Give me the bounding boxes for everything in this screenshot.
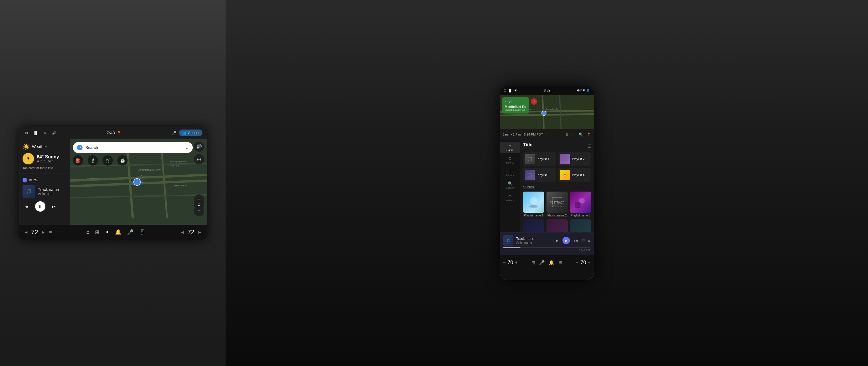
map-controls-right-3: ◎ bbox=[194, 154, 204, 164]
phone-settings-bottom-icon[interactable]: ⚙ bbox=[558, 260, 562, 265]
location-icon: 📍 bbox=[117, 131, 122, 136]
phone-temp-plus-right[interactable]: + bbox=[588, 260, 590, 265]
track-thumbnail: 🎵 bbox=[23, 185, 35, 198]
partial-playlist-3-thumb bbox=[570, 219, 591, 232]
mic-nav-icon[interactable]: 🎤 bbox=[127, 229, 133, 235]
sidebar-item-library[interactable]: ||| Library bbox=[500, 167, 520, 178]
track-info: 🎵 Track name Artist name bbox=[23, 185, 66, 198]
np-next-button[interactable]: ⏭ bbox=[572, 237, 580, 244]
aural-music-card[interactable]: Aural 🎵 Track name Artist name ⏮ ⏸ ⏭ bbox=[19, 174, 70, 225]
phone-user-icon: 👤 bbox=[586, 89, 590, 92]
list-item[interactable]: Playlist name 3 bbox=[570, 192, 591, 217]
progress-times: 0:24 / 3:32 bbox=[503, 249, 590, 252]
list-item[interactable] bbox=[547, 219, 568, 232]
temp-down-left[interactable]: ◀ bbox=[23, 229, 29, 235]
subtitle-label: Subtitle bbox=[523, 185, 591, 189]
next-button[interactable]: ⏭ bbox=[50, 202, 58, 210]
play-pause-button[interactable]: ⏸ bbox=[35, 201, 45, 212]
phone-bell-icon[interactable]: 🔔 bbox=[549, 260, 555, 265]
svg-text:Charleston Rd: Charleston Rd bbox=[173, 184, 187, 187]
playlist-1-thumb: 🎵 bbox=[525, 154, 535, 164]
phone-icon[interactable]: 📱 bbox=[139, 229, 145, 235]
bluetooth-icon: ⊛ bbox=[23, 130, 30, 136]
phone-map[interactable]: Amphitheatre Pkwy Charleston Rd ↑ 🔊 Midd… bbox=[500, 95, 594, 129]
phone-temp-minus-left[interactable]: − bbox=[503, 260, 506, 265]
map-locate-button[interactable]: ◎ bbox=[194, 154, 204, 164]
user-name: August bbox=[188, 131, 199, 135]
sidebar-item-settings[interactable]: ⚙ Settings bbox=[500, 192, 520, 204]
svg-point-23 bbox=[530, 197, 537, 204]
status-bar: ⊛ ▐▌ ☀ 🔊 7:43 📍 🎤 👥 August bbox=[19, 127, 207, 139]
browse-label: Browse bbox=[506, 161, 514, 164]
user-button[interactable]: 👥 August bbox=[179, 130, 203, 136]
map-search-bar[interactable]: G Search ⌄ bbox=[73, 142, 193, 153]
list-item[interactable]: ABSTRACT DESIGN Playlist name 2 bbox=[547, 192, 568, 217]
phone-temp-value-right: 70 bbox=[581, 260, 586, 265]
temp-down-right[interactable]: ◀ bbox=[180, 229, 185, 235]
library-label: Library bbox=[506, 174, 514, 177]
nav-search-icon[interactable]: 🔍 bbox=[579, 132, 583, 137]
np-play-button[interactable]: ▶ bbox=[562, 237, 570, 244]
home-nav-icon[interactable]: ⌂ bbox=[87, 229, 90, 235]
apps-nav-icon[interactable]: ✦ bbox=[105, 229, 110, 235]
list-item[interactable]: 😊 Playlist 4 bbox=[558, 168, 591, 182]
phone-apps-icon[interactable]: ⊞ bbox=[531, 260, 535, 265]
map-volume-button[interactable]: 🔊 bbox=[194, 142, 204, 152]
weather-tap-hint: Tap card for more info bbox=[23, 166, 66, 170]
weather-card[interactable]: ☀️ Weather ☀ 64° Sunny H 78° L 5 bbox=[19, 139, 70, 174]
notifications-icon[interactable]: 🔔 bbox=[115, 229, 121, 235]
zoom-in-button[interactable]: + bbox=[194, 194, 204, 205]
np-heart-button[interactable]: ♡ bbox=[582, 238, 585, 243]
weather-details: 64° Sunny H 78° L 52° bbox=[37, 154, 59, 163]
mic-button[interactable]: 🎤 bbox=[171, 131, 176, 135]
np-expand-button[interactable]: ∧ bbox=[588, 238, 590, 243]
phone-status-bar: ⊛ ▐▌ ☀ 8:32 64° F 👤 bbox=[500, 86, 594, 95]
zoom-out-button[interactable]: − bbox=[194, 206, 204, 216]
sidebar-item-search[interactable]: 🔍 Search bbox=[500, 179, 520, 191]
settings-label: Settings bbox=[505, 199, 515, 202]
progress-bar[interactable] bbox=[503, 247, 590, 248]
svg-point-22 bbox=[541, 111, 546, 115]
list-item[interactable]: Playlist name 1 bbox=[523, 192, 544, 217]
prev-button[interactable]: ⏮ bbox=[23, 202, 31, 210]
phone-temp-value-left: 70 bbox=[507, 260, 513, 265]
content-menu-icon[interactable]: ☰ bbox=[587, 144, 591, 148]
big-playlist-1-name: Playlist name 1 bbox=[523, 214, 544, 217]
list-item[interactable]: 🎵 Playlist 2 bbox=[558, 152, 591, 166]
sidebar-item-home[interactable]: ⌂ Home bbox=[500, 142, 520, 153]
content-title: Title bbox=[523, 142, 532, 147]
now-playing-bar: 🎵 Track name Artist name ⏮ ▶ ⏭ ♡ ∧ 0:24 bbox=[500, 232, 594, 255]
cafe-icon[interactable]: ☕ bbox=[117, 155, 128, 166]
svg-text:DESIGN: DESIGN bbox=[553, 205, 561, 207]
phone-mic-icon[interactable]: 🎤 bbox=[539, 260, 545, 265]
restaurant-icon[interactable]: 🍴 bbox=[88, 155, 98, 166]
nav-location-icon[interactable]: 📍 bbox=[586, 132, 591, 137]
svg-point-14 bbox=[130, 179, 144, 184]
nav-settings-icon[interactable]: ⚙ bbox=[565, 132, 568, 137]
phone-main-area: ⌂ Home ⊙ Browse ||| Library 🔍 Search ⚙ bbox=[500, 140, 594, 232]
nav-route-icon[interactable]: ⇌ bbox=[572, 132, 575, 137]
phone-temp-right: − 70 + bbox=[576, 260, 590, 265]
list-item[interactable]: 🎵 Playlist 1 bbox=[523, 152, 556, 166]
weather-title: ☀️ Weather bbox=[23, 143, 66, 150]
list-item[interactable] bbox=[570, 219, 591, 232]
grid-nav-icon[interactable]: ⊞ bbox=[95, 229, 99, 235]
shopping-icon[interactable]: 🛒 bbox=[102, 155, 113, 166]
phone-bluetooth-icon: ⊛ bbox=[504, 89, 506, 92]
gas-station-icon[interactable]: ⛽ bbox=[73, 155, 83, 166]
np-prev-button[interactable]: ⏮ bbox=[553, 237, 560, 244]
temp-control-left: ◀ 72 ▶ 〓 bbox=[23, 228, 52, 236]
temp-up-left[interactable]: ▶ bbox=[40, 229, 46, 235]
list-item[interactable]: 🎵 Playlist 3 bbox=[523, 168, 556, 182]
phone-temp-plus-left[interactable]: + bbox=[515, 260, 517, 265]
phone-clock: 8:32 bbox=[544, 88, 550, 92]
temp-up-right[interactable]: ▶ bbox=[197, 229, 203, 235]
phone-temp-minus-right[interactable]: − bbox=[576, 260, 579, 265]
aural-app-name: Aural bbox=[29, 178, 37, 182]
map-area[interactable]: Amphitheatre Pkwy Charleston Rd Shorelin… bbox=[70, 139, 207, 225]
list-item[interactable] bbox=[523, 219, 544, 232]
status-icons-left: ⊛ ▐▌ ☀ 🔊 bbox=[23, 130, 57, 136]
sidebar-item-browse[interactable]: ⊙ Browse bbox=[500, 154, 520, 166]
phone-content-area: Title ☰ 🎵 Playlist 1 🎵 Playlist 2 🎵 bbox=[520, 140, 594, 232]
search-input[interactable]: Search bbox=[85, 145, 182, 150]
